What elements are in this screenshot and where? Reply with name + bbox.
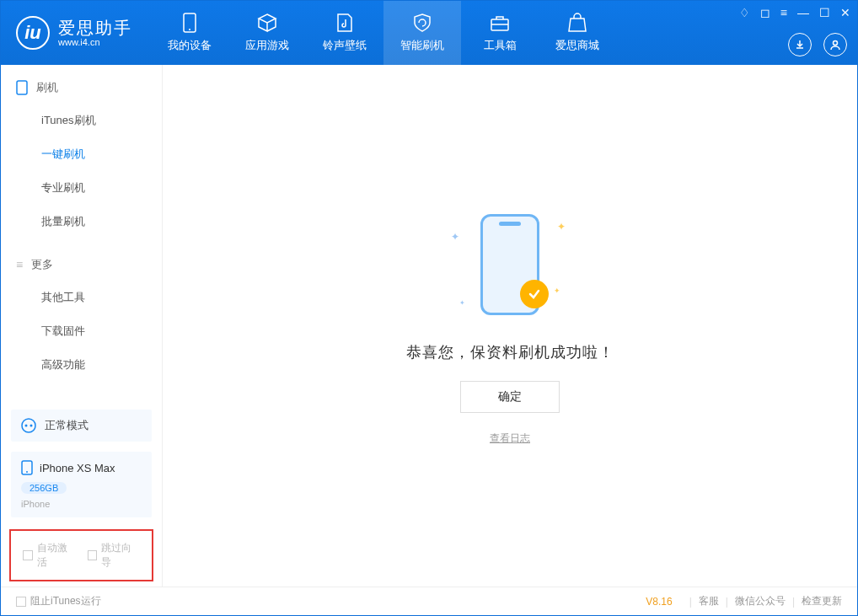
sidebar-item-tools[interactable]: 其他工具 <box>1 281 162 314</box>
device-icon <box>16 80 28 95</box>
nav-apps[interactable]: 应用游戏 <box>228 1 306 65</box>
spark-icon: ✦ <box>554 287 560 295</box>
svg-point-1 <box>189 29 190 30</box>
app-url: www.i4.cn <box>58 37 132 47</box>
phone-small-icon <box>21 460 33 475</box>
titlebar: iu 爱思助手 www.i4.cn 我的设备 应用游戏 铃声壁纸 智能刷机 <box>1 1 857 65</box>
phone-icon <box>180 13 200 33</box>
nav-label: 工具箱 <box>484 38 517 53</box>
shirt-icon[interactable]: ♢ <box>739 6 750 19</box>
sidebar-title: 更多 <box>31 257 53 272</box>
spark-icon: ✦ <box>451 231 459 243</box>
success-illustration: ✦ ✦ ✦ ✦ <box>434 206 586 324</box>
sidebar-item-pro[interactable]: 专业刷机 <box>1 171 162 205</box>
nav-label: 应用游戏 <box>245 38 289 53</box>
logo-icon: iu <box>16 16 50 50</box>
cube-icon <box>257 13 277 33</box>
nav-label: 铃声壁纸 <box>323 38 367 53</box>
download-button[interactable] <box>788 33 812 56</box>
body: 刷机 iTunes刷机 一键刷机 专业刷机 批量刷机 ≡ 更多 其他工具 下载固… <box>1 65 857 587</box>
refresh-shield-icon <box>412 13 432 33</box>
svg-point-5 <box>22 419 35 432</box>
app-name: 爱思助手 <box>58 19 132 37</box>
view-log-link[interactable]: 查看日志 <box>490 431 530 446</box>
nav-label: 爱思商城 <box>555 38 599 53</box>
bag-icon <box>567 13 587 33</box>
sidebar-section-flash: 刷机 iTunes刷机 一键刷机 专业刷机 批量刷机 <box>1 65 162 242</box>
sidebar-item-advanced[interactable]: 高级功能 <box>1 348 162 382</box>
logo: iu 爱思助手 www.i4.cn <box>1 1 151 65</box>
svg-point-9 <box>26 471 28 473</box>
sidebar-section-more: ≡ 更多 其他工具 下载固件 高级功能 <box>1 242 162 385</box>
check-badge-icon <box>520 280 549 308</box>
sidebar-item-firmware[interactable]: 下载固件 <box>1 314 162 348</box>
chk-label: 自动激活 <box>37 541 76 570</box>
mode-indicator[interactable]: 正常模式 <box>11 410 152 442</box>
nav-label: 我的设备 <box>168 38 212 53</box>
sidebar-item-oneclick[interactable]: 一键刷机 <box>1 137 162 171</box>
nav-ringtones[interactable]: 铃声壁纸 <box>306 1 383 65</box>
toolbox-icon <box>490 13 510 33</box>
user-button[interactable] <box>823 33 847 56</box>
nav-toolbox[interactable]: 工具箱 <box>461 1 539 65</box>
svg-point-7 <box>30 425 33 427</box>
feedback-icon[interactable]: ◻ <box>760 6 770 19</box>
nav-my-device[interactable]: 我的设备 <box>151 1 228 65</box>
sidebar-item-batch[interactable]: 批量刷机 <box>1 205 162 238</box>
mode-label: 正常模式 <box>45 418 88 433</box>
nav-label: 智能刷机 <box>400 38 444 53</box>
minimize-icon[interactable]: — <box>797 6 809 19</box>
sidebar-header-flash: 刷机 <box>1 80 162 104</box>
device-name-label: iPhone XS Max <box>40 462 115 474</box>
sidebar-title: 刷机 <box>36 80 58 95</box>
success-message: 恭喜您，保资料刷机成功啦！ <box>406 342 614 362</box>
close-icon[interactable]: ✕ <box>840 6 850 19</box>
sidebar-header-more: ≡ 更多 <box>1 257 162 281</box>
window-controls: ♢ ◻ ≡ — ☐ ✕ <box>739 6 850 19</box>
sync-icon <box>21 418 36 433</box>
wechat-link[interactable]: 微信公众号 <box>735 594 786 608</box>
support-link[interactable]: 客服 <box>699 594 719 608</box>
nav-flash[interactable]: 智能刷机 <box>383 1 461 65</box>
storage-badge: 256GB <box>21 482 67 494</box>
sidebar-item-itunes[interactable]: iTunes刷机 <box>1 104 162 137</box>
logo-text: 爱思助手 www.i4.cn <box>58 19 132 47</box>
svg-point-3 <box>834 41 838 46</box>
top-nav: 我的设备 应用游戏 铃声壁纸 智能刷机 工具箱 爱思商城 <box>151 1 616 65</box>
music-file-icon <box>335 13 355 33</box>
spark-icon: ✦ <box>557 221 566 233</box>
header-actions <box>788 33 847 56</box>
device-type: iPhone <box>21 499 50 509</box>
version-label: V8.16 <box>646 596 672 608</box>
ok-button[interactable]: 确定 <box>460 381 560 413</box>
menu-icon[interactable]: ≡ <box>780 6 787 19</box>
block-itunes-checkbox[interactable]: 阻止iTunes运行 <box>16 594 101 608</box>
nav-store[interactable]: 爱思商城 <box>539 1 616 65</box>
skip-guide-checkbox[interactable]: 跳过向导 <box>88 541 141 570</box>
main-content: ✦ ✦ ✦ ✦ 恭喜您，保资料刷机成功啦！ 确定 查看日志 <box>163 65 857 587</box>
list-icon: ≡ <box>16 258 23 271</box>
statusbar: 阻止iTunes运行 V8.16 | 客服 | 微信公众号 | 检查更新 <box>1 587 857 615</box>
spark-icon: ✦ <box>459 299 465 307</box>
app-window: iu 爱思助手 www.i4.cn 我的设备 应用游戏 铃声壁纸 智能刷机 <box>0 0 858 616</box>
maximize-icon[interactable]: ☐ <box>819 6 830 19</box>
check-update-link[interactable]: 检查更新 <box>802 594 842 608</box>
svg-rect-4 <box>17 81 27 94</box>
sidebar: 刷机 iTunes刷机 一键刷机 专业刷机 批量刷机 ≡ 更多 其他工具 下载固… <box>1 65 163 587</box>
auto-activate-checkbox[interactable]: 自动激活 <box>23 541 76 570</box>
device-panel[interactable]: iPhone XS Max 256GB iPhone <box>11 452 152 517</box>
chk-label: 阻止iTunes运行 <box>30 594 101 608</box>
highlighted-options: 自动激活 跳过向导 <box>9 529 153 581</box>
chk-label: 跳过向导 <box>101 541 140 570</box>
svg-point-6 <box>25 425 28 427</box>
